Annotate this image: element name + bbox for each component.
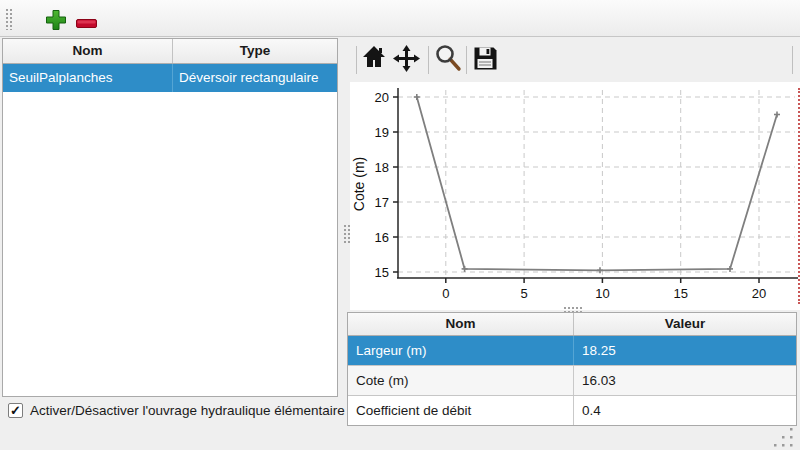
svg-text:20: 20 bbox=[752, 286, 766, 301]
plot-save-button[interactable] bbox=[473, 46, 498, 74]
plot-pan-button[interactable] bbox=[393, 45, 420, 75]
plot-home-button[interactable] bbox=[362, 44, 386, 73]
svg-text:5: 5 bbox=[520, 286, 527, 301]
remove-structure-button[interactable] bbox=[76, 16, 97, 25]
structures-table: Nom Type SeuilPalplanches Déversoir rect… bbox=[2, 38, 338, 397]
toolbar-separator bbox=[792, 46, 793, 74]
column-header-type[interactable]: Type bbox=[173, 39, 337, 63]
parameters-table: Nom Valeur Largeur (m) 18.25 Cote (m) 16… bbox=[347, 312, 797, 426]
svg-text:Cote (m): Cote (m) bbox=[351, 157, 367, 211]
main-toolbar bbox=[0, 0, 800, 37]
window-resize-grip[interactable] bbox=[764, 426, 796, 448]
table-row[interactable]: Cote (m) 16.03 bbox=[348, 366, 796, 396]
param-name-cell[interactable]: Largeur (m) bbox=[348, 336, 574, 365]
save-floppy-icon bbox=[473, 59, 498, 74]
svg-text:0: 0 bbox=[442, 286, 449, 301]
param-value-cell[interactable]: 18.25 bbox=[574, 336, 796, 365]
param-value-cell[interactable]: 16.03 bbox=[574, 366, 796, 395]
panel-splitter-handle[interactable] bbox=[343, 224, 350, 244]
param-value-cell[interactable]: 0.4 bbox=[574, 396, 796, 425]
pan-arrows-icon bbox=[393, 60, 420, 75]
checkbox[interactable]: ✓ bbox=[8, 403, 23, 418]
zoom-magnifier-icon bbox=[434, 61, 463, 76]
hydraulic-structure-editor-window: { "colors": { "selection_blue": "#2e8dc8… bbox=[0, 0, 800, 450]
toolbar-separator bbox=[428, 46, 429, 74]
structures-table-header: Nom Type bbox=[3, 39, 337, 64]
svg-text:18: 18 bbox=[375, 160, 389, 175]
toolbar-separator bbox=[466, 46, 467, 74]
column-header-nom[interactable]: Nom bbox=[3, 39, 173, 63]
param-name-cell[interactable]: Coefficient de débit bbox=[348, 396, 574, 425]
column-header-nom[interactable]: Nom bbox=[348, 313, 574, 335]
plot-zoom-button[interactable] bbox=[434, 43, 463, 76]
home-icon bbox=[362, 58, 386, 73]
svg-text:19: 19 bbox=[375, 125, 389, 140]
svg-text:16: 16 bbox=[375, 230, 389, 245]
plus-icon bbox=[45, 19, 67, 34]
svg-text:20: 20 bbox=[375, 90, 389, 105]
toolbar-drag-handle[interactable] bbox=[5, 8, 12, 30]
minus-icon bbox=[76, 16, 97, 31]
svg-text:15: 15 bbox=[673, 286, 687, 301]
table-row[interactable]: SeuilPalplanches Déversoir rectangulaire bbox=[3, 64, 337, 92]
cross-section-chart[interactable]: 05101520151617181920Cote (m) bbox=[350, 82, 800, 310]
add-structure-button[interactable] bbox=[45, 9, 67, 31]
svg-text:17: 17 bbox=[375, 195, 389, 210]
checkbox-label: Activer/Désactiver l'ouvrage hydraulique… bbox=[30, 403, 345, 418]
chart-canvas[interactable]: 05101520151617181920Cote (m) bbox=[350, 86, 800, 310]
structure-name-cell[interactable]: SeuilPalplanches bbox=[3, 64, 173, 92]
table-row[interactable]: Coefficient de débit 0.4 bbox=[348, 396, 796, 425]
table-row[interactable]: Largeur (m) 18.25 bbox=[348, 336, 796, 366]
parameters-table-header: Nom Valeur bbox=[348, 313, 796, 336]
column-header-valeur[interactable]: Valeur bbox=[574, 313, 796, 335]
toolbar-separator bbox=[356, 46, 357, 74]
activate-structure-checkbox-row[interactable]: ✓ Activer/Désactiver l'ouvrage hydrauliq… bbox=[8, 403, 345, 418]
svg-text:15: 15 bbox=[375, 265, 389, 280]
svg-text:10: 10 bbox=[595, 286, 609, 301]
param-name-cell[interactable]: Cote (m) bbox=[348, 366, 574, 395]
structure-type-cell[interactable]: Déversoir rectangulaire bbox=[173, 64, 337, 92]
